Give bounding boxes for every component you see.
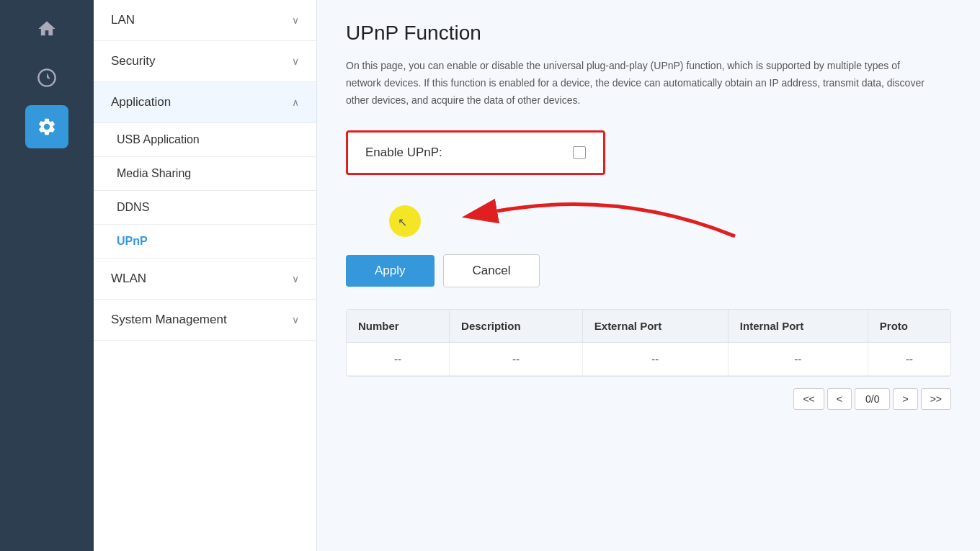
sidebar bbox=[0, 0, 94, 551]
col-proto: Proto bbox=[868, 310, 950, 343]
cell-external-port: -- bbox=[582, 343, 728, 376]
nav-subitem-mediasharing[interactable]: Media Sharing bbox=[94, 157, 316, 191]
upnp-enable-label: Enable UPnP: bbox=[365, 145, 442, 160]
nav-label-security: Security bbox=[111, 54, 155, 68]
page-description: On this page, you can enable or disable … bbox=[346, 58, 937, 109]
cursor-icon: ↖ bbox=[398, 215, 407, 229]
cell-number: -- bbox=[347, 343, 450, 376]
cancel-button[interactable]: Cancel bbox=[443, 254, 540, 287]
table-row: -- -- -- -- -- bbox=[347, 343, 950, 376]
nav-sublabel-upnp: UPnP bbox=[117, 235, 148, 247]
nav-sublabel-ddns: DDNS bbox=[117, 201, 149, 213]
nav-label-application: Application bbox=[111, 95, 171, 109]
nav-sublabel-usb: USB Application bbox=[117, 133, 200, 145]
chevron-up-icon: ∧ bbox=[292, 97, 299, 108]
nav-item-application[interactable]: Application ∧ bbox=[94, 82, 316, 123]
nav-menu: LAN ∨ Security ∨ Application ∧ USB Appli… bbox=[94, 0, 317, 551]
nav-subitem-usb[interactable]: USB Application bbox=[94, 123, 316, 157]
chevron-down-icon: ∨ bbox=[292, 314, 299, 326]
upnp-enable-checkbox[interactable] bbox=[573, 146, 586, 159]
chevron-down-icon: ∨ bbox=[292, 55, 299, 67]
upnp-enable-box: Enable UPnP: bbox=[346, 130, 605, 175]
apply-button[interactable]: Apply bbox=[346, 255, 435, 287]
annotation-row: ↖ bbox=[346, 182, 951, 247]
prev-page-button[interactable]: < bbox=[827, 388, 852, 410]
col-external-port: External Port bbox=[582, 310, 728, 343]
status-icon[interactable] bbox=[25, 56, 68, 99]
chevron-down-icon: ∨ bbox=[292, 14, 299, 26]
col-description: Description bbox=[450, 310, 583, 343]
nav-item-sysmanagement[interactable]: System Management ∨ bbox=[94, 300, 316, 341]
nav-sublabel-mediasharing: Media Sharing bbox=[117, 167, 191, 179]
cell-proto: -- bbox=[868, 343, 950, 376]
page-title: UPnP Function bbox=[346, 22, 951, 45]
first-page-button[interactable]: << bbox=[793, 388, 824, 410]
chevron-down-icon: ∨ bbox=[292, 273, 299, 285]
col-internal-port: Internal Port bbox=[728, 310, 868, 343]
nav-label-wlan: WLAN bbox=[111, 272, 146, 286]
buttons-row: Apply Cancel bbox=[346, 254, 951, 287]
upnp-table: Number Description External Port Interna… bbox=[346, 309, 951, 377]
nav-subitem-ddns[interactable]: DDNS bbox=[94, 191, 316, 225]
nav-subitem-upnp[interactable]: UPnP bbox=[94, 225, 316, 259]
nav-item-wlan[interactable]: WLAN ∨ bbox=[94, 259, 316, 300]
main-content: UPnP Function On this page, you can enab… bbox=[317, 0, 980, 551]
col-number: Number bbox=[347, 310, 450, 343]
cell-internal-port: -- bbox=[728, 343, 868, 376]
table-header-row: Number Description External Port Interna… bbox=[347, 310, 950, 343]
settings-icon[interactable] bbox=[25, 105, 68, 148]
pagination: << < 0/0 > >> bbox=[346, 388, 951, 410]
home-icon[interactable] bbox=[25, 7, 68, 50]
last-page-button[interactable]: >> bbox=[921, 388, 951, 410]
nav-label-sysmanagement: System Management bbox=[111, 313, 227, 327]
nav-item-security[interactable]: Security ∨ bbox=[94, 41, 316, 82]
cell-description: -- bbox=[450, 343, 583, 376]
nav-label-lan: LAN bbox=[111, 13, 135, 27]
next-page-button[interactable]: > bbox=[893, 388, 917, 410]
nav-item-lan[interactable]: LAN ∨ bbox=[94, 0, 316, 41]
page-info: 0/0 bbox=[855, 388, 890, 410]
